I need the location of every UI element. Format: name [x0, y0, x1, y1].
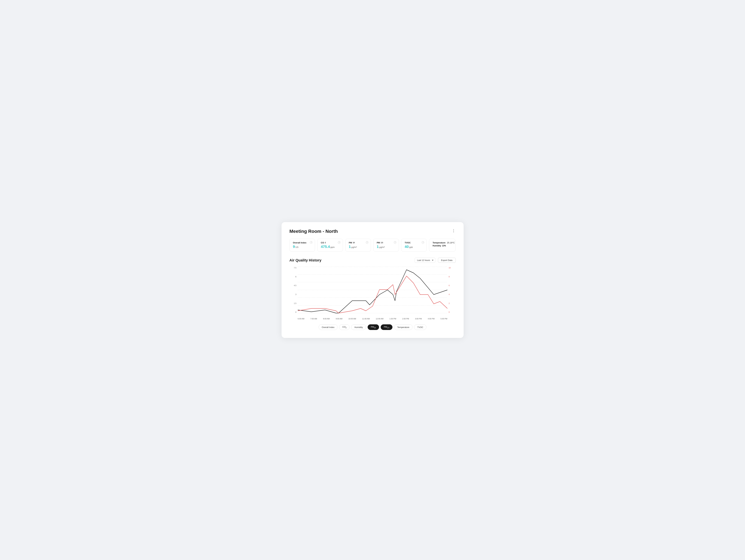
metric-label-pm10: PM10 — [349, 241, 367, 244]
metric-value-pm10: 1 μg/m³ — [349, 244, 367, 249]
x-label-4: 10:00 AM — [348, 318, 356, 320]
filter-btn-temperature[interactable]: Temperature — [394, 324, 413, 330]
metric-value-overall: 9 US — [293, 244, 312, 249]
filter-btn-tvoc[interactable]: TVOC — [414, 324, 426, 330]
x-label-0: 6:00 AM — [298, 318, 304, 320]
page-title: Meeting Room - North — [290, 229, 338, 234]
chart-area — [298, 267, 447, 313]
y-left-label-4: 1.5 — [294, 302, 296, 304]
metric-label-tvoc: TVOC — [405, 241, 423, 244]
metric-card-pm25: PM2.5 ? 1 μg/m³ — [373, 239, 399, 252]
chart-container: 7.5 6 4.5 3 1.5 0 10 8 6 4 2 0 — [290, 267, 456, 320]
help-icon-pm25[interactable]: ? — [394, 241, 396, 244]
filter-btn-co2[interactable]: CO2 — [339, 324, 350, 330]
y-left-label-2: 4.5 — [294, 285, 296, 287]
main-card: Meeting Room - North ⋮ Overall Index ? 9… — [282, 222, 464, 338]
metric-humidity: Humidity 13% — [432, 244, 452, 247]
time-range-select[interactable]: Last 12 hours Last 24 hours Last 7 days — [415, 258, 435, 263]
x-axis: 6:00 AM 7:00 AM 8:00 AM 9:00 AM 10:00 AM… — [298, 313, 447, 320]
x-label-5: 11:00 AM — [362, 318, 369, 320]
metric-value-tvoc: 40 ppb — [405, 244, 423, 249]
x-label-6: 12:00 AM — [376, 318, 383, 320]
y-right-label-2: 6 — [449, 285, 450, 287]
metric-label-pm25: PM2.5 — [377, 241, 395, 244]
y-right-label-1: 8 — [449, 276, 450, 278]
y-right-label-0: 10 — [449, 267, 451, 269]
x-label-11: 5:00 PM — [441, 318, 447, 320]
chart-svg — [298, 267, 447, 313]
x-label-1: 7:00 AM — [310, 318, 317, 320]
y-right-label-3: 4 — [449, 293, 450, 295]
metric-label-co2: CO2 — [321, 241, 339, 244]
help-icon-pm10[interactable]: ? — [366, 241, 368, 244]
metric-card-temp-humidity: Temperature 25.19°C Humidity 13% — [429, 239, 455, 252]
y-right-label-5: 0 — [449, 311, 450, 313]
x-label-10: 4:00 PM — [428, 318, 434, 320]
help-icon-tvoc[interactable]: ? — [422, 241, 424, 244]
x-label-9: 3:00 PM — [415, 318, 422, 320]
y-right-label-4: 2 — [449, 302, 450, 304]
y-left-label-1: 6 — [295, 276, 296, 278]
metric-label-temp: Temperature 25.19°C — [432, 241, 452, 244]
filter-btn-pm10[interactable]: PM10 — [368, 324, 379, 330]
x-label-3: 9:00 AM — [336, 318, 342, 320]
section-controls: Last 12 hours Last 24 hours Last 7 days … — [415, 258, 456, 263]
y-axis-left: 7.5 6 4.5 3 1.5 0 — [290, 267, 298, 313]
help-icon-overall[interactable]: ? — [310, 241, 313, 244]
metric-value-pm25: 1 μg/m³ — [377, 244, 395, 249]
filter-btn-pm25[interactable]: PM2.5 — [381, 324, 392, 330]
filter-btn-overall-index[interactable]: Overall Index — [319, 324, 338, 330]
page-header: Meeting Room - North ⋮ — [290, 229, 456, 234]
export-button[interactable]: Export Data — [438, 258, 456, 263]
metric-label-overall: Overall Index — [293, 241, 312, 244]
filter-btn-humidity[interactable]: Humidity — [351, 324, 366, 330]
y-left-label-5: 0 — [295, 311, 296, 313]
section-header: Air Quality History Last 12 hours Last 2… — [290, 258, 456, 263]
metrics-row: Overall Index ? 9 US CO2 ? 475.4 ppm PM1… — [290, 239, 456, 252]
x-label-2: 8:00 AM — [323, 318, 330, 320]
filter-row: Overall Index CO2 Humidity PM10 PM2.5 Te… — [290, 324, 456, 330]
metric-value-co2: 475.4 ppm — [321, 244, 339, 249]
metric-card-co2: CO2 ? 475.4 ppm — [317, 239, 343, 252]
metric-card-tvoc: TVOC ? 40 ppb — [401, 239, 427, 252]
x-label-8: 2:00 PM — [402, 318, 409, 320]
section-title: Air Quality History — [290, 258, 321, 262]
metric-card-overall-index: Overall Index ? 9 US — [290, 239, 315, 252]
y-axis-right: 10 8 6 4 2 0 — [447, 267, 456, 313]
y-left-label-3: 3 — [295, 293, 296, 295]
help-icon-co2[interactable]: ? — [338, 241, 341, 244]
more-menu-icon[interactable]: ⋮ — [452, 229, 456, 233]
x-label-7: 1:00 PM — [389, 318, 396, 320]
y-left-label-0: 7.5 — [294, 267, 296, 269]
metric-card-pm10: PM10 ? 1 μg/m³ — [345, 239, 371, 252]
